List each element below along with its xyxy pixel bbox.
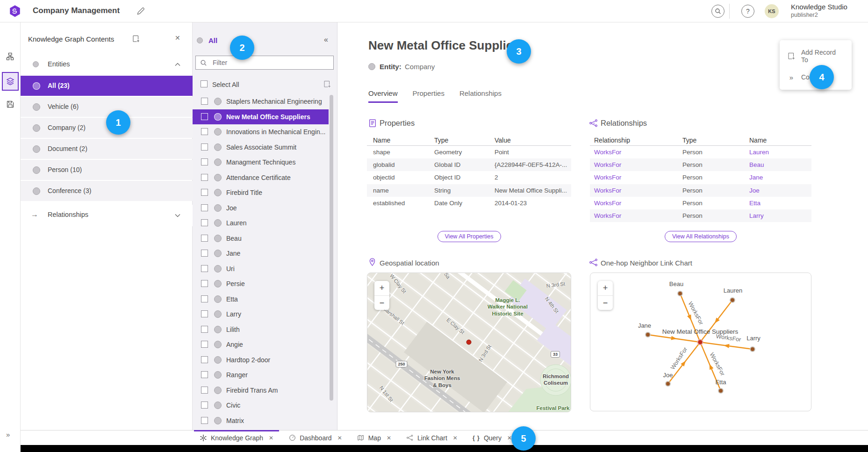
item-checkbox[interactable] — [201, 219, 208, 226]
item-checkbox[interactable] — [201, 128, 208, 135]
chevron-up-icon[interactable] — [175, 63, 180, 66]
relationships-group-header[interactable]: → Relationships — [21, 205, 193, 226]
entity-list-item[interactable]: Ranger — [193, 367, 329, 383]
table-cell[interactable]: WorksFor — [590, 200, 678, 207]
item-checkbox[interactable] — [201, 158, 208, 165]
item-checkbox[interactable] — [201, 204, 208, 211]
entity-list-item[interactable]: Civic — [193, 398, 329, 413]
entity-list-item[interactable]: Joe — [193, 201, 329, 216]
entity-list-item[interactable]: Larry — [193, 307, 329, 322]
table-cell[interactable]: WorksFor — [590, 149, 678, 156]
item-checkbox[interactable] — [201, 295, 208, 302]
item-checkbox[interactable] — [201, 189, 208, 196]
zoom-out-button[interactable]: − — [598, 295, 613, 310]
table-cell[interactable]: Lauren — [745, 149, 811, 156]
table-row[interactable]: WorksForPersonJane — [590, 171, 811, 184]
item-checkbox[interactable] — [201, 98, 208, 105]
table-cell[interactable]: Etta — [745, 200, 811, 207]
entity-list-item[interactable]: New Metal Office Suppliers — [193, 109, 329, 125]
entity-list-item[interactable]: Hardtop 2-door — [193, 352, 329, 368]
entity-list-item[interactable]: Staplers Mechanical Engineering — [193, 94, 329, 109]
item-checkbox[interactable] — [201, 310, 208, 317]
table-cell[interactable]: WorksFor — [590, 174, 678, 181]
entity-type-row[interactable]: Vehicle (6) — [21, 97, 193, 117]
filter-input[interactable] — [196, 56, 333, 69]
chevron-down-icon[interactable] — [175, 214, 180, 217]
help-button[interactable]: ? — [741, 5, 754, 18]
item-checkbox[interactable] — [201, 250, 208, 257]
entity-list-item[interactable]: Jane — [193, 246, 329, 261]
entity-list-item[interactable]: Persie — [193, 276, 329, 292]
zoom-in-button[interactable]: + — [598, 281, 613, 295]
entity-list-item[interactable]: Etta — [193, 292, 329, 307]
entity-type-row[interactable]: Document (2) — [21, 139, 193, 159]
bottom-tab-dashboard[interactable]: Dashboard✕ — [283, 430, 348, 445]
table-row[interactable]: objectidObject ID2 — [367, 171, 571, 184]
collapse-panel-icon[interactable]: « — [324, 36, 328, 44]
bottom-tab-query[interactable]: { }Query✕ — [467, 430, 517, 445]
table-row[interactable]: nameStringNew Metal Office Suppli... — [367, 184, 571, 197]
item-checkbox[interactable] — [201, 387, 208, 394]
record-tab-properties[interactable]: Properties — [413, 89, 445, 103]
add-record-icon[interactable] — [323, 80, 331, 88]
link-chart-view[interactable]: WorksForWorksForWorksForWorksForBeauLaur… — [590, 273, 811, 411]
record-tab-relationships[interactable]: Relationships — [459, 89, 502, 103]
item-checkbox[interactable] — [201, 326, 208, 333]
entity-list-item[interactable]: Lilith — [193, 322, 329, 337]
item-checkbox[interactable] — [201, 356, 208, 363]
table-cell[interactable]: Beau — [745, 161, 811, 168]
entity-list-item[interactable]: Firebird Trans Am — [193, 383, 329, 398]
select-all-row[interactable]: Select All — [193, 79, 337, 91]
add-record-icon[interactable] — [132, 35, 140, 43]
table-cell[interactable]: Joe — [745, 187, 811, 194]
menu-item-add-record-to[interactable]: Add Record To — [780, 44, 852, 68]
close-panel-icon[interactable]: ✕ — [175, 34, 180, 42]
save-icon[interactable] — [6, 100, 14, 108]
entity-type-row[interactable]: Person (10) — [21, 160, 193, 180]
close-tab-icon[interactable]: ✕ — [453, 435, 458, 441]
item-checkbox[interactable] — [201, 402, 208, 409]
entity-list-item[interactable]: Sales Associate Summit — [193, 140, 329, 155]
table-row[interactable]: WorksForPersonBeau — [590, 158, 811, 171]
table-row[interactable]: establishedDate Only2014-01-23 — [367, 197, 571, 209]
list-header-label[interactable]: All — [208, 36, 217, 44]
scrollbar-thumb[interactable] — [330, 95, 333, 401]
item-checkbox[interactable] — [201, 143, 208, 151]
record-tab-overview[interactable]: Overview — [368, 89, 398, 103]
item-checkbox[interactable] — [201, 417, 208, 424]
entity-list-item[interactable]: Matrix — [193, 413, 329, 429]
zoom-out-button[interactable]: − — [374, 295, 389, 310]
table-cell[interactable]: WorksFor — [590, 212, 678, 219]
entity-list-item[interactable]: Innovations in Mechanical Engin... — [193, 124, 329, 140]
bottom-tab-map[interactable]: Map✕ — [352, 430, 397, 445]
edit-title-icon[interactable] — [136, 7, 145, 15]
view-all-relationships-button[interactable]: View All Relationships — [665, 231, 737, 242]
table-row[interactable]: WorksForPersonLauren — [590, 146, 811, 158]
entity-type-row[interactable]: Conference (3) — [21, 181, 193, 201]
table-cell[interactable]: WorksFor — [590, 161, 678, 168]
close-tab-icon[interactable]: ✕ — [269, 435, 273, 441]
item-checkbox[interactable] — [201, 265, 208, 272]
bottom-tab-link-chart[interactable]: Link Chart✕ — [401, 430, 463, 445]
table-row[interactable]: WorksForPersonEtta — [590, 197, 811, 209]
entity-list-item[interactable]: Uri — [193, 261, 329, 277]
table-cell[interactable]: Jane — [745, 174, 811, 181]
view-all-properties-button[interactable]: View All Properties — [438, 231, 501, 242]
select-all-checkbox[interactable] — [201, 80, 208, 87]
table-row[interactable]: globalidGlobal ID{A228944F-0EF5-412A-... — [367, 158, 571, 171]
item-checkbox[interactable] — [201, 174, 208, 181]
bottom-tab-knowledge-graph[interactable]: Knowledge Graph✕ — [194, 430, 279, 445]
table-row[interactable]: WorksForPersonJoe — [590, 184, 811, 197]
table-cell[interactable]: WorksFor — [590, 187, 678, 194]
entity-list-item[interactable]: Beau — [193, 231, 329, 246]
user-avatar[interactable]: KS — [765, 4, 779, 18]
table-row[interactable]: WorksForPersonLarry — [590, 209, 811, 222]
entity-type-row[interactable]: All (23) — [21, 76, 193, 96]
item-checkbox[interactable] — [201, 341, 208, 348]
entity-list-item[interactable]: Lauren — [193, 215, 329, 231]
close-tab-icon[interactable]: ✕ — [387, 435, 391, 441]
entity-list-item[interactable]: Managment Techniques — [193, 155, 329, 170]
item-checkbox[interactable] — [201, 235, 208, 242]
search-button[interactable] — [711, 5, 725, 18]
expand-panel-icon[interactable]: » — [6, 430, 10, 438]
